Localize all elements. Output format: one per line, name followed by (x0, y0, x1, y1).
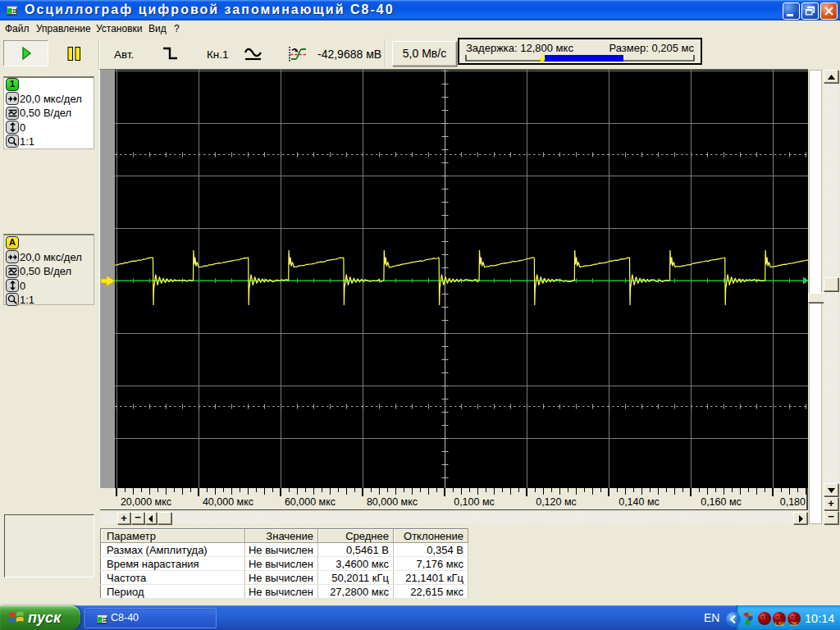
svg-text:60,000 мкс: 60,000 мкс (285, 496, 336, 508)
svg-text:0,100 мс: 0,100 мс (454, 496, 495, 508)
svg-text:0,160 мс: 0,160 мс (701, 496, 742, 508)
svg-text:80,000 мкс: 80,000 мкс (367, 496, 418, 508)
svg-text:20,000 мкс: 20,000 мкс (121, 496, 171, 508)
svg-text:0,120 мс: 0,120 мс (536, 496, 577, 508)
svg-text:40,000 мкс: 40,000 мкс (203, 496, 253, 508)
svg-text:0,180: 0,180 (780, 496, 806, 508)
svg-text:LSI: LSI (775, 621, 784, 627)
svg-text:2K: 2K (791, 621, 798, 627)
svg-text:0,140 мс: 0,140 мс (619, 496, 660, 508)
